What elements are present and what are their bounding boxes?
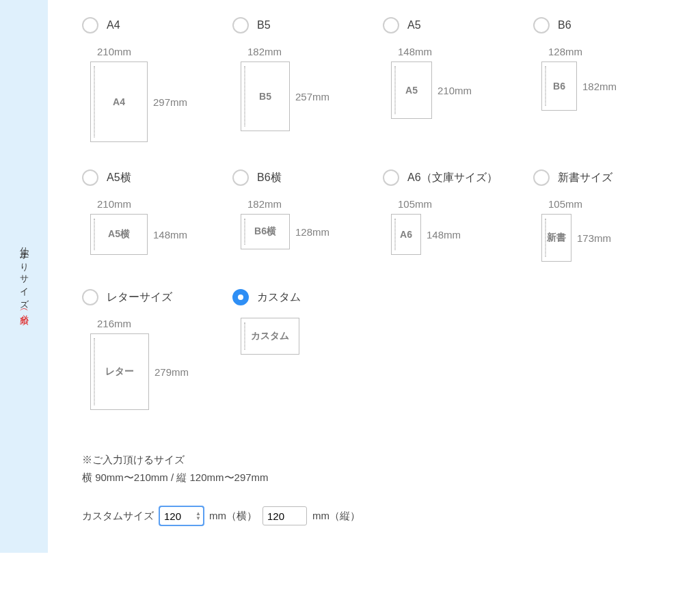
binding-edge-icon [94, 219, 95, 250]
width-label: 210mm [97, 46, 131, 57]
option-label: 新書サイズ [558, 171, 612, 185]
custom-width-unit: mm（横） [209, 510, 257, 523]
option-head[interactable]: A4 [82, 17, 232, 33]
option-label: A4 [107, 19, 120, 31]
size-diagram: 182mmB6横128mm [241, 198, 383, 249]
page-box-name: B5 [259, 91, 271, 102]
height-label: 297mm [153, 96, 187, 108]
notes-line1: ※ご入力頂けるサイズ [82, 451, 684, 469]
height-label: 210mm [438, 85, 472, 96]
page-box-icon: A5 [391, 61, 432, 119]
option-head[interactable]: B6横 [232, 169, 383, 186]
page-box-icon: A5横 [90, 214, 148, 255]
height-label: 148mm [153, 229, 187, 241]
size-diagram: 105mmA6148mm [391, 198, 533, 255]
width-label: 182mm [247, 46, 282, 57]
width-label: 105mm [548, 198, 582, 210]
page-box-icon: B6 [541, 61, 577, 111]
size-option-a5y[interactable]: A5横210mmA5横148mm [82, 169, 232, 262]
size-diagram: 148mmA5210mm [391, 46, 533, 119]
height-label: 128mm [295, 226, 329, 238]
binding-edge-icon [244, 323, 245, 350]
page-box-icon: カスタム [241, 318, 299, 355]
option-label: A5横 [107, 171, 131, 185]
page-row: B6182mm [541, 61, 617, 111]
size-option-b6y[interactable]: B6横182mmB6横128mm [232, 169, 383, 262]
binding-edge-icon [545, 66, 546, 106]
size-diagram: 105mm新書173mm [541, 198, 684, 262]
width-label: 128mm [548, 46, 582, 57]
page-box-icon: A6 [391, 214, 421, 255]
sidebar-required: （必須） [19, 305, 29, 314]
size-option-b5[interactable]: B5182mmB5257mm [232, 17, 383, 142]
size-diagram: 216mmレター279mm [90, 318, 232, 410]
binding-edge-icon [244, 66, 245, 126]
custom-size-row: カスタムサイズ ▲▼ mm（横） mm（縦） [82, 506, 684, 525]
custom-size-label: カスタムサイズ [82, 510, 154, 523]
radio-a5[interactable] [383, 17, 399, 33]
option-head[interactable]: カスタム [232, 289, 383, 305]
size-option-a6[interactable]: A6（文庫サイズ）105mmA6148mm [383, 169, 533, 262]
custom-width-input[interactable] [159, 506, 204, 525]
option-head[interactable]: B5 [232, 17, 383, 33]
size-option-a4[interactable]: A4210mmA4297mm [82, 17, 232, 142]
radio-b6[interactable] [533, 17, 550, 33]
page-row: カスタム [241, 318, 299, 355]
height-label: 257mm [295, 91, 329, 102]
option-head[interactable]: A6（文庫サイズ） [383, 169, 533, 186]
custom-height-input[interactable] [262, 506, 307, 525]
page-box-icon: B5 [241, 61, 290, 131]
page-box-name: A6 [400, 229, 412, 240]
size-option-a5[interactable]: A5148mmA5210mm [383, 17, 533, 142]
size-option-letter[interactable]: レターサイズ216mmレター279mm [82, 289, 232, 410]
option-head[interactable]: A5 [383, 17, 533, 33]
option-label: A6（文庫サイズ） [407, 171, 498, 185]
radio-shin[interactable] [533, 169, 550, 186]
page-box-name: A5横 [108, 228, 130, 241]
page-row: B6横128mm [241, 214, 329, 249]
width-label: 148mm [398, 46, 432, 57]
binding-edge-icon [244, 219, 245, 245]
page-box-icon: A4 [90, 61, 148, 142]
page-box-name: 新書 [547, 232, 566, 244]
option-head[interactable]: A5横 [82, 169, 232, 186]
page-row: 新書173mm [541, 214, 611, 262]
page-box-name: カスタム [251, 330, 289, 342]
page-row: A4297mm [90, 61, 187, 142]
width-label: 182mm [247, 198, 282, 210]
radio-b6y[interactable] [232, 169, 249, 186]
size-option-b6[interactable]: B6128mmB6182mm [533, 17, 684, 142]
page-box-name: B6 [553, 81, 565, 92]
option-label: B5 [257, 19, 271, 31]
radio-a5y[interactable] [82, 169, 98, 186]
page-box-icon: レター [90, 333, 149, 410]
radio-letter[interactable] [82, 289, 98, 305]
binding-edge-icon [94, 338, 95, 405]
page-box-name: A4 [113, 96, 125, 107]
page-row: B5257mm [241, 61, 329, 131]
size-option-shin[interactable]: 新書サイズ105mm新書173mm [533, 169, 684, 262]
notes-line2: 横 90mm〜210mm / 縦 120mm〜297mm [82, 469, 684, 487]
option-head[interactable]: B6 [533, 17, 684, 33]
radio-a6[interactable] [383, 169, 399, 186]
binding-edge-icon [394, 66, 396, 114]
size-diagram: 182mmB5257mm [241, 46, 383, 131]
page-box-icon: B6横 [241, 214, 290, 249]
radio-a4[interactable] [82, 17, 98, 33]
radio-b5[interactable] [232, 17, 249, 33]
page-box-name: レター [105, 366, 134, 378]
binding-edge-icon [94, 66, 95, 137]
radio-custom[interactable] [232, 289, 249, 305]
option-head[interactable]: 新書サイズ [533, 169, 684, 186]
custom-size-notes: ※ご入力頂けるサイズ 横 90mm〜210mm / 縦 120mm〜297mm [82, 451, 684, 486]
size-diagram: 210mmA5横148mm [90, 198, 232, 255]
main-panel: A4210mmA4297mmB5182mmB5257mmA5148mmA5210… [48, 0, 700, 553]
width-label: 105mm [398, 198, 432, 210]
size-option-custom[interactable]: カスタムカスタム [232, 289, 383, 410]
option-head[interactable]: レターサイズ [82, 289, 232, 305]
page-row: A5210mm [391, 61, 472, 119]
sidebar-label-cell: 仕上がりサイズ（必須） [0, 0, 48, 553]
page-row: A5横148mm [90, 214, 187, 255]
height-label: 279mm [154, 366, 189, 378]
page-row: A6148mm [391, 214, 461, 255]
